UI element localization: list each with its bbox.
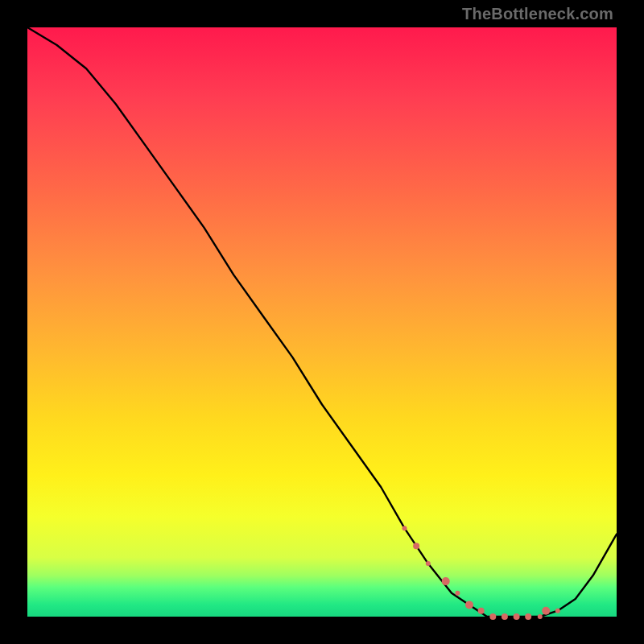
curve-marker: [442, 577, 450, 585]
curve-marker: [502, 613, 508, 620]
plot-area: [27, 27, 617, 617]
curve-marker: [455, 591, 460, 596]
bottleneck-curve: [27, 27, 617, 617]
curve-marker: [538, 614, 543, 619]
curve-marker: [542, 607, 550, 615]
curve-marker: [478, 608, 485, 614]
curve-marker: [514, 613, 520, 620]
chart-frame: TheBottleneck.com: [0, 0, 644, 644]
curve-marker: [413, 543, 419, 549]
watermark-text: TheBottleneck.com: [462, 5, 613, 23]
curve-marker: [489, 613, 496, 620]
curve-marker: [465, 601, 473, 609]
curve-marker: [525, 613, 531, 620]
curve-marker: [402, 526, 407, 530]
curve-marker: [426, 561, 431, 566]
curve-marker: [555, 609, 560, 613]
